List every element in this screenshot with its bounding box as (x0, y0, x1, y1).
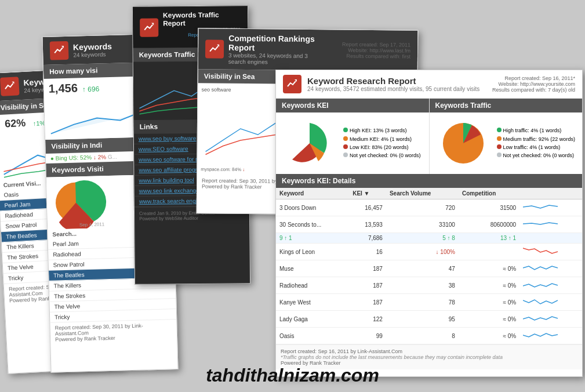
cell-keyword: 9 ↑ 1 (276, 233, 349, 244)
cell-competition: 31500 (459, 199, 519, 216)
kei-legend: High KEI: 13% (3 words) Medium KEI: 4% (… (343, 126, 421, 160)
card5-info: Report created: Sep 16, 2011* Website: h… (492, 75, 575, 93)
cell-kei: 187 (349, 277, 386, 294)
card5-traffic-chart: High traffic: 4% (1 words) Medium traffi… (430, 112, 583, 174)
table-row: Radiohead 187 38 ≈ 0% (276, 277, 582, 294)
cell-keyword: 3 Doors Down (276, 199, 349, 216)
card1-metric: 62% (0, 114, 31, 132)
col-kei: KEI ▼ (349, 188, 386, 199)
table-row: Oasis 99 8 ≈ 0% (276, 328, 582, 344)
cell-trend (519, 233, 582, 244)
col-trend (519, 188, 582, 199)
card4-subtitle: 3 websites, 24 keywords and 3 search eng… (228, 52, 317, 66)
kei-legend-item2: Medium KEI: 4% (1 words) (343, 135, 421, 143)
cell-kei: 187 (349, 294, 386, 311)
card5-kei-header: Keywords KEI (276, 99, 429, 112)
table-row: Muse 187 47 ≈ 0% (276, 260, 582, 277)
card2-subtitle: 24 keywords (73, 50, 112, 58)
cell-trend (519, 311, 582, 328)
card5-kei-chart: High KEI: 13% (3 words) Medium KEI: 4% (… (276, 112, 429, 174)
card5-subtitle: 24 keywords, 35472 estimated monthly vis… (307, 86, 492, 92)
card5-traffic-header: Keywords Traffic (430, 99, 583, 112)
card2-footer: Report created: Sep 30, 2011 by Link-Ass… (50, 320, 177, 345)
cell-competition: ≈ 0% (459, 294, 519, 311)
card5-header: Keyword Research Report 24 keywords, 354… (276, 70, 582, 99)
cell-keyword: Muse (276, 260, 349, 277)
cell-competition: ≈ 0% (459, 328, 519, 344)
cell-kei: 16 (349, 244, 386, 260)
card5-results: Results compared with: 7 day(s) old (492, 87, 575, 93)
table-row: Kanye West 187 78 ≈ 0% (276, 294, 582, 311)
table-row: 30 Seconds to... 13,593 33100 80600000 (276, 216, 582, 233)
col-keyword: Keyword (276, 188, 349, 199)
cell-trend (519, 260, 582, 277)
card2-logo (50, 41, 69, 60)
cell-trend (519, 328, 582, 344)
watermark: tahdithalnizam.com (206, 365, 379, 386)
cell-volume: 47 (386, 260, 459, 277)
card5-traffic-section: Keywords Traffic High traffic: 4% (1 wor… (430, 99, 583, 174)
cell-keyword: Lady Gaga (276, 311, 349, 328)
cell-competition: ≈ 0% (459, 277, 519, 294)
cell-volume: 95 (386, 311, 459, 328)
kei-legend-item3: Low KEI: 83% (20 words) (343, 143, 421, 151)
card5-footer1: Report created: Sep 16, 2011 by Link-Ass… (281, 349, 577, 354)
cell-trend (519, 244, 582, 260)
card4-bing-trend: ↓ (242, 167, 245, 172)
card5-kei-traffic: Keywords KEI High KEI: 13% (3 words) Med… (276, 99, 582, 174)
card3-logo (140, 18, 158, 37)
cell-volume: 33100 (386, 216, 459, 233)
card4-title: Competition Rankings Report (228, 34, 317, 53)
cell-volume: 5 ↑ 8 (386, 233, 459, 244)
card2-title: Keywords (73, 41, 112, 52)
cell-competition: ≈ 0% (459, 260, 519, 277)
cell-volume: 8 (386, 328, 459, 344)
table-row: 3 Doors Down 16,457 720 31500 (276, 199, 582, 216)
cell-keyword: Kanye West (276, 294, 349, 311)
card2-bing-more: G... (108, 154, 117, 160)
card5-website: Website: http://www.yoursite.com (492, 81, 575, 87)
cell-competition: 80600000 (459, 216, 519, 233)
table-row: 9 ↑ 1 7,686 5 ↑ 8 13 ↑ 1 (276, 233, 582, 244)
card5-logo (283, 75, 301, 93)
cell-kei: 16,457 (349, 199, 386, 216)
kei-pie-chart (281, 117, 339, 169)
cell-trend (519, 277, 582, 294)
card5-details-header: Keywords KEI: Details (276, 174, 582, 188)
cell-trend (519, 199, 582, 216)
card2-bing-label: ● Bing US: 52% (50, 154, 92, 162)
traffic-pie-chart (434, 117, 492, 169)
cell-volume: 720 (386, 199, 459, 216)
card3-powered: Powered by WebSite Auditor (139, 215, 245, 222)
col-competition: Competition (459, 188, 519, 199)
card4-info: Report created: Sep 17, 2011 Website: ht… (322, 41, 410, 59)
kei-legend-item4: Not yet checked: 0% (0 words) (343, 151, 421, 159)
traffic-legend-item4: Not yet checked: 0% (0 words) (497, 151, 575, 159)
card2-metric: 1,456 (49, 81, 78, 95)
cell-competition (459, 244, 519, 260)
card4-myspace: myspace.com: 84% (201, 166, 241, 172)
cell-keyword: Radiohead (276, 277, 349, 294)
card2-bing-trend: ↓ 2% (93, 154, 107, 161)
card5-table-container: Keyword KEI ▼ Search Volume Competition … (276, 188, 582, 344)
card3-title: Keywords Traffic Report (163, 10, 241, 27)
card-keyword-research: Keyword Research Report 24 keywords, 354… (275, 70, 583, 377)
cell-keyword: Oasis (276, 328, 349, 344)
cell-keyword: 30 Seconds to... (276, 216, 349, 233)
card4-results: Results compared with: first (322, 53, 410, 59)
card4-logo (205, 39, 224, 58)
cell-trend (519, 294, 582, 311)
cell-competition: ≈ 0% (459, 311, 519, 328)
card1-logo (0, 77, 20, 96)
kei-legend-item1: High KEI: 13% (3 words) (343, 126, 421, 135)
card4-header: Competition Rankings Report 3 websites, … (198, 28, 418, 71)
table-row: Kings of Leon 16 ↓ 100% (276, 244, 582, 260)
card2-date1: Sep 4, 2011 (79, 222, 104, 227)
cell-trend (519, 216, 582, 233)
cell-kei: 187 (349, 260, 386, 277)
cell-kei: 13,593 (349, 216, 386, 233)
card1-trend: ↑1% (32, 119, 45, 127)
card5-title-area: Keyword Research Report 24 keywords, 354… (307, 76, 492, 92)
cell-volume: 78 (386, 294, 459, 311)
card5-title: Keyword Research Report (307, 76, 492, 86)
